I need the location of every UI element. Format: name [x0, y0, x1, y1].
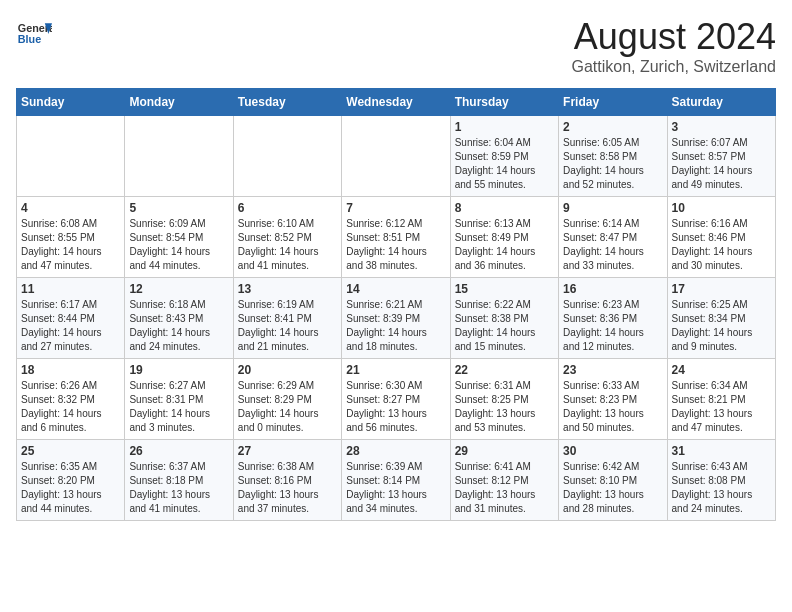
- day-info: Sunrise: 6:34 AM Sunset: 8:21 PM Dayligh…: [672, 379, 771, 435]
- day-number: 15: [455, 282, 554, 296]
- calendar-cell: 13Sunrise: 6:19 AM Sunset: 8:41 PM Dayli…: [233, 278, 341, 359]
- calendar-cell: 16Sunrise: 6:23 AM Sunset: 8:36 PM Dayli…: [559, 278, 667, 359]
- calendar-cell: [233, 116, 341, 197]
- calendar-cell: 22Sunrise: 6:31 AM Sunset: 8:25 PM Dayli…: [450, 359, 558, 440]
- calendar-cell: 6Sunrise: 6:10 AM Sunset: 8:52 PM Daylig…: [233, 197, 341, 278]
- day-number: 9: [563, 201, 662, 215]
- day-header-wednesday: Wednesday: [342, 89, 450, 116]
- calendar-cell: 10Sunrise: 6:16 AM Sunset: 8:46 PM Dayli…: [667, 197, 775, 278]
- day-headers-row: SundayMondayTuesdayWednesdayThursdayFrid…: [17, 89, 776, 116]
- day-info: Sunrise: 6:33 AM Sunset: 8:23 PM Dayligh…: [563, 379, 662, 435]
- day-info: Sunrise: 6:26 AM Sunset: 8:32 PM Dayligh…: [21, 379, 120, 435]
- title-area: August 2024 Gattikon, Zurich, Switzerlan…: [571, 16, 776, 76]
- day-number: 4: [21, 201, 120, 215]
- calendar-cell: 23Sunrise: 6:33 AM Sunset: 8:23 PM Dayli…: [559, 359, 667, 440]
- day-info: Sunrise: 6:25 AM Sunset: 8:34 PM Dayligh…: [672, 298, 771, 354]
- day-number: 7: [346, 201, 445, 215]
- day-number: 24: [672, 363, 771, 377]
- calendar-cell: 1Sunrise: 6:04 AM Sunset: 8:59 PM Daylig…: [450, 116, 558, 197]
- day-info: Sunrise: 6:14 AM Sunset: 8:47 PM Dayligh…: [563, 217, 662, 273]
- day-info: Sunrise: 6:30 AM Sunset: 8:27 PM Dayligh…: [346, 379, 445, 435]
- calendar-cell: 29Sunrise: 6:41 AM Sunset: 8:12 PM Dayli…: [450, 440, 558, 521]
- calendar-cell: [17, 116, 125, 197]
- day-number: 1: [455, 120, 554, 134]
- day-info: Sunrise: 6:21 AM Sunset: 8:39 PM Dayligh…: [346, 298, 445, 354]
- week-row-3: 11Sunrise: 6:17 AM Sunset: 8:44 PM Dayli…: [17, 278, 776, 359]
- subtitle: Gattikon, Zurich, Switzerland: [571, 58, 776, 76]
- calendar-cell: 2Sunrise: 6:05 AM Sunset: 8:58 PM Daylig…: [559, 116, 667, 197]
- calendar-cell: [342, 116, 450, 197]
- calendar-cell: 17Sunrise: 6:25 AM Sunset: 8:34 PM Dayli…: [667, 278, 775, 359]
- day-info: Sunrise: 6:22 AM Sunset: 8:38 PM Dayligh…: [455, 298, 554, 354]
- day-number: 27: [238, 444, 337, 458]
- day-info: Sunrise: 6:10 AM Sunset: 8:52 PM Dayligh…: [238, 217, 337, 273]
- day-number: 12: [129, 282, 228, 296]
- day-header-tuesday: Tuesday: [233, 89, 341, 116]
- calendar-header: SundayMondayTuesdayWednesdayThursdayFrid…: [17, 89, 776, 116]
- day-header-saturday: Saturday: [667, 89, 775, 116]
- calendar-cell: 9Sunrise: 6:14 AM Sunset: 8:47 PM Daylig…: [559, 197, 667, 278]
- day-number: 16: [563, 282, 662, 296]
- day-info: Sunrise: 6:41 AM Sunset: 8:12 PM Dayligh…: [455, 460, 554, 516]
- day-info: Sunrise: 6:07 AM Sunset: 8:57 PM Dayligh…: [672, 136, 771, 192]
- day-number: 5: [129, 201, 228, 215]
- header: General Blue August 2024 Gattikon, Zuric…: [16, 16, 776, 76]
- svg-text:Blue: Blue: [18, 33, 41, 45]
- calendar-cell: [125, 116, 233, 197]
- calendar-cell: 7Sunrise: 6:12 AM Sunset: 8:51 PM Daylig…: [342, 197, 450, 278]
- main-title: August 2024: [571, 16, 776, 58]
- week-row-1: 1Sunrise: 6:04 AM Sunset: 8:59 PM Daylig…: [17, 116, 776, 197]
- calendar-cell: 14Sunrise: 6:21 AM Sunset: 8:39 PM Dayli…: [342, 278, 450, 359]
- day-number: 8: [455, 201, 554, 215]
- logo: General Blue: [16, 16, 52, 52]
- calendar-cell: 26Sunrise: 6:37 AM Sunset: 8:18 PM Dayli…: [125, 440, 233, 521]
- calendar-cell: 20Sunrise: 6:29 AM Sunset: 8:29 PM Dayli…: [233, 359, 341, 440]
- week-row-5: 25Sunrise: 6:35 AM Sunset: 8:20 PM Dayli…: [17, 440, 776, 521]
- week-row-2: 4Sunrise: 6:08 AM Sunset: 8:55 PM Daylig…: [17, 197, 776, 278]
- calendar-cell: 28Sunrise: 6:39 AM Sunset: 8:14 PM Dayli…: [342, 440, 450, 521]
- day-number: 10: [672, 201, 771, 215]
- day-number: 25: [21, 444, 120, 458]
- calendar-cell: 31Sunrise: 6:43 AM Sunset: 8:08 PM Dayli…: [667, 440, 775, 521]
- calendar-cell: 21Sunrise: 6:30 AM Sunset: 8:27 PM Dayli…: [342, 359, 450, 440]
- day-info: Sunrise: 6:19 AM Sunset: 8:41 PM Dayligh…: [238, 298, 337, 354]
- day-number: 13: [238, 282, 337, 296]
- day-number: 18: [21, 363, 120, 377]
- day-number: 6: [238, 201, 337, 215]
- day-number: 11: [21, 282, 120, 296]
- day-number: 21: [346, 363, 445, 377]
- week-row-4: 18Sunrise: 6:26 AM Sunset: 8:32 PM Dayli…: [17, 359, 776, 440]
- day-number: 19: [129, 363, 228, 377]
- day-number: 23: [563, 363, 662, 377]
- calendar-cell: 18Sunrise: 6:26 AM Sunset: 8:32 PM Dayli…: [17, 359, 125, 440]
- day-header-thursday: Thursday: [450, 89, 558, 116]
- calendar-cell: 19Sunrise: 6:27 AM Sunset: 8:31 PM Dayli…: [125, 359, 233, 440]
- day-info: Sunrise: 6:13 AM Sunset: 8:49 PM Dayligh…: [455, 217, 554, 273]
- day-header-monday: Monday: [125, 89, 233, 116]
- calendar-cell: 8Sunrise: 6:13 AM Sunset: 8:49 PM Daylig…: [450, 197, 558, 278]
- day-info: Sunrise: 6:09 AM Sunset: 8:54 PM Dayligh…: [129, 217, 228, 273]
- day-number: 3: [672, 120, 771, 134]
- day-info: Sunrise: 6:35 AM Sunset: 8:20 PM Dayligh…: [21, 460, 120, 516]
- day-number: 26: [129, 444, 228, 458]
- day-number: 17: [672, 282, 771, 296]
- calendar-cell: 3Sunrise: 6:07 AM Sunset: 8:57 PM Daylig…: [667, 116, 775, 197]
- calendar-body: 1Sunrise: 6:04 AM Sunset: 8:59 PM Daylig…: [17, 116, 776, 521]
- calendar-cell: 30Sunrise: 6:42 AM Sunset: 8:10 PM Dayli…: [559, 440, 667, 521]
- logo-icon: General Blue: [16, 16, 52, 52]
- day-number: 30: [563, 444, 662, 458]
- calendar-cell: 4Sunrise: 6:08 AM Sunset: 8:55 PM Daylig…: [17, 197, 125, 278]
- calendar-cell: 12Sunrise: 6:18 AM Sunset: 8:43 PM Dayli…: [125, 278, 233, 359]
- day-info: Sunrise: 6:37 AM Sunset: 8:18 PM Dayligh…: [129, 460, 228, 516]
- day-info: Sunrise: 6:04 AM Sunset: 8:59 PM Dayligh…: [455, 136, 554, 192]
- calendar-cell: 25Sunrise: 6:35 AM Sunset: 8:20 PM Dayli…: [17, 440, 125, 521]
- day-info: Sunrise: 6:18 AM Sunset: 8:43 PM Dayligh…: [129, 298, 228, 354]
- day-number: 28: [346, 444, 445, 458]
- day-number: 2: [563, 120, 662, 134]
- day-header-sunday: Sunday: [17, 89, 125, 116]
- day-info: Sunrise: 6:42 AM Sunset: 8:10 PM Dayligh…: [563, 460, 662, 516]
- calendar-cell: 15Sunrise: 6:22 AM Sunset: 8:38 PM Dayli…: [450, 278, 558, 359]
- day-info: Sunrise: 6:43 AM Sunset: 8:08 PM Dayligh…: [672, 460, 771, 516]
- calendar-cell: 5Sunrise: 6:09 AM Sunset: 8:54 PM Daylig…: [125, 197, 233, 278]
- day-number: 14: [346, 282, 445, 296]
